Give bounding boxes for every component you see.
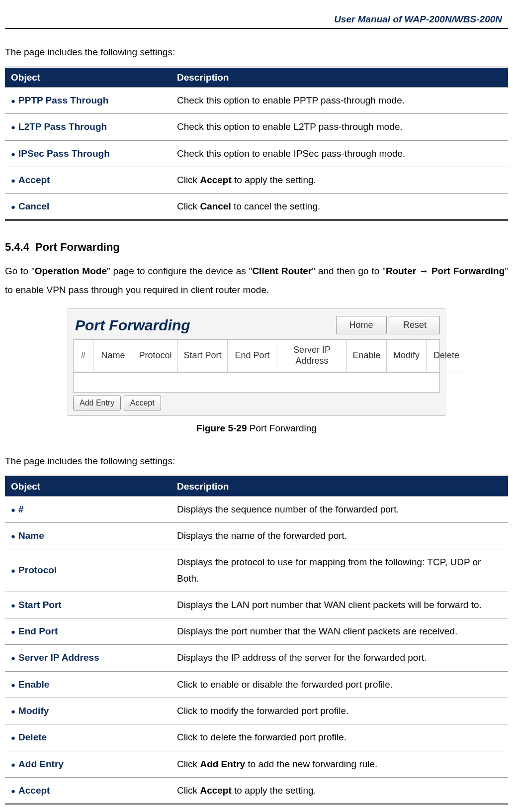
table-row: ●Delete Click to delete the forwarded po… [5, 724, 508, 751]
bullet-icon: ● [11, 203, 15, 211]
table2-header-object: Object [5, 476, 171, 496]
object-desc: Displays the IP address of the server fo… [171, 645, 508, 671]
object-desc: Displays the protocol to use for mapping… [171, 549, 508, 592]
bullet-icon: ● [11, 707, 15, 715]
bullet-icon: ● [11, 760, 15, 769]
table-row: ●Add Entry Click Add Entry to add the ne… [5, 751, 508, 777]
table-row: ●PPTP Pass Through Check this option to … [5, 88, 508, 114]
col-delete: Delete [427, 340, 466, 372]
table-row: ●Modify Click to modify the forwarded po… [5, 698, 508, 724]
table-row: ●Start Port Displays the LAN port number… [5, 592, 508, 618]
object-label: Add Entry [18, 759, 64, 769]
object-label: IPSec Pass Through [18, 148, 110, 159]
table-row: ●Accept Click Accept to apply the settin… [5, 167, 508, 193]
bullet-icon: ● [11, 627, 15, 636]
table-row: ●IPSec Pass Through Check this option to… [5, 140, 508, 167]
port-forwarding-grid-body [73, 373, 440, 393]
object-desc: Click Add Entry to add the new forwardin… [171, 751, 508, 777]
table1-header-object: Object [5, 68, 171, 88]
col-number: # [74, 340, 93, 372]
port-forwarding-screenshot: Port Forwarding Home Reset # Name Protoc… [68, 308, 445, 415]
object-desc: Click to enable or disable the forwarded… [171, 671, 508, 698]
object-label: Cancel [18, 201, 49, 211]
object-label: Name [18, 530, 44, 541]
object-label: L2TP Pass Through [18, 121, 107, 132]
object-label: # [18, 504, 24, 514]
object-label: Accept [18, 175, 50, 185]
vpn-settings-table: Object Description ●PPTP Pass Through Ch… [5, 67, 508, 221]
section-number: 5.4.4 [5, 241, 29, 253]
section-title: Port Forwarding [35, 241, 120, 253]
bullet-icon: ● [11, 566, 15, 575]
col-server-ip: Server IP Address [277, 340, 347, 372]
table-row: ●# Displays the sequence number of the f… [5, 496, 508, 522]
table-row: ●Accept Click Accept to apply the settin… [5, 777, 508, 804]
col-start-port: Start Port [178, 340, 228, 372]
object-label: Server IP Address [18, 652, 99, 663]
object-desc: Click Accept to apply the setting. [171, 777, 508, 804]
object-label: Modify [18, 706, 49, 716]
col-protocol: Protocol [133, 340, 178, 372]
object-desc: Click to delete the forwarded port profi… [171, 724, 508, 751]
object-label: Protocol [18, 565, 57, 575]
bullet-icon: ● [11, 532, 15, 540]
object-desc: Displays the LAN port number that WAN cl… [171, 592, 508, 618]
intro-text-1: The page includes the following settings… [5, 43, 508, 62]
object-label: Delete [18, 732, 47, 742]
section-heading: 5.4.4Port Forwarding [5, 241, 508, 254]
section-paragraph: Go to "Operation Mode" page to configure… [5, 262, 508, 300]
object-desc: Click to modify the forwarded port profi… [171, 698, 508, 724]
object-label: End Port [18, 626, 58, 636]
table-row: ●End Port Displays the port number that … [5, 618, 508, 645]
home-button[interactable]: Home [336, 316, 387, 334]
bullet-icon: ● [11, 97, 15, 105]
document-header: User Manual of WAP-200N/WBS-200N [5, 10, 508, 29]
figure-caption: Figure 5-29 Port Forwarding [5, 423, 508, 434]
arrow-icon: → [416, 266, 431, 276]
object-label: Start Port [18, 600, 62, 610]
bullet-icon: ● [11, 733, 15, 742]
accept-button[interactable]: Accept [124, 396, 161, 410]
reset-button[interactable]: Reset [390, 316, 440, 334]
object-label: Enable [18, 679, 49, 690]
table-row: ●Protocol Displays the protocol to use f… [5, 549, 508, 592]
object-desc: Check this option to enable PPTP pass-th… [171, 88, 508, 114]
object-desc: Click Accept to apply the setting. [171, 167, 508, 193]
object-desc: Displays the port number that the WAN cl… [171, 618, 508, 645]
bullet-icon: ● [11, 123, 15, 131]
bullet-icon: ● [11, 681, 15, 689]
object-label: PPTP Pass Through [18, 95, 108, 105]
table-row: ●Cancel Click Cancel to cancel the setti… [5, 194, 508, 220]
bullet-icon: ● [11, 654, 15, 662]
panel-title: Port Forwarding [73, 317, 190, 334]
table-row: ●Name Displays the name of the forwarded… [5, 522, 508, 549]
table-row: ●Server IP Address Displays the IP addre… [5, 645, 508, 671]
port-forwarding-grid-header: # Name Protocol Start Port End Port Serv… [73, 339, 440, 372]
object-desc: Click Cancel to cancel the setting. [171, 194, 508, 220]
object-label: Accept [18, 785, 50, 796]
col-end-port: End Port [228, 340, 277, 372]
table-row: ●L2TP Pass Through Check this option to … [5, 114, 508, 140]
table1-header-description: Description [171, 68, 508, 88]
add-entry-button[interactable]: Add Entry [73, 396, 121, 410]
object-desc: Displays the name of the forwarded port. [171, 522, 508, 549]
object-desc: Check this option to enable L2TP pass-th… [171, 114, 508, 140]
col-modify: Modify [387, 340, 427, 372]
object-desc: Check this option to enable IPSec pass-t… [171, 140, 508, 167]
col-name: Name [93, 340, 133, 372]
intro-text-2: The page includes the following settings… [5, 452, 508, 471]
col-enable: Enable [347, 340, 387, 372]
bullet-icon: ● [11, 150, 15, 158]
table-row: ●Enable Click to enable or disable the f… [5, 671, 508, 698]
object-desc: Displays the sequence number of the forw… [171, 496, 508, 522]
bullet-icon: ● [11, 506, 15, 514]
bullet-icon: ● [11, 176, 15, 185]
table2-header-description: Description [171, 476, 508, 496]
port-forwarding-settings-table: Object Description ●# Displays the seque… [5, 476, 508, 806]
bullet-icon: ● [11, 787, 15, 795]
bullet-icon: ● [11, 601, 15, 609]
